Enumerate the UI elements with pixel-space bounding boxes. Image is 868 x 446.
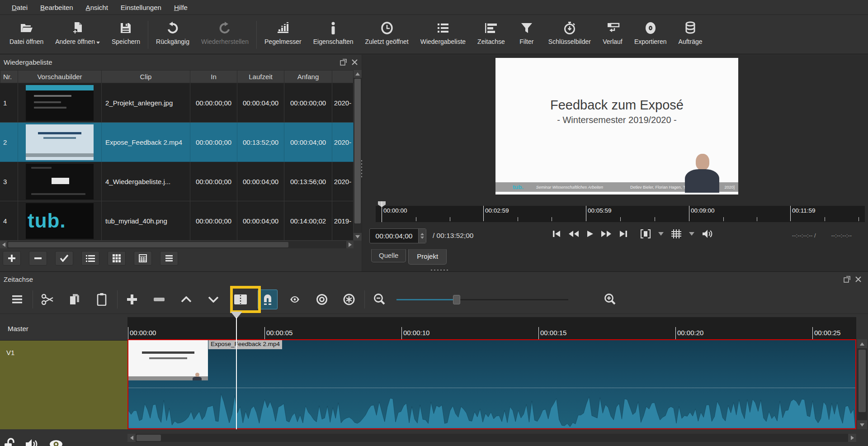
paste-button[interactable] (92, 289, 112, 309)
snap-toggle-button[interactable] (258, 289, 278, 309)
tab-source[interactable]: Quelle (371, 249, 406, 262)
append-button[interactable] (122, 289, 142, 309)
open-file-button[interactable]: Datei öffnen (4, 20, 49, 46)
timeline-zoom-slider[interactable] (396, 289, 568, 309)
timeline-menu-button[interactable] (7, 289, 27, 309)
scrollbar-thumb[interactable] (859, 350, 866, 412)
player-dropdown-icon[interactable] (658, 232, 664, 236)
in-out-selection-button[interactable] (641, 229, 651, 238)
col-header-in[interactable]: In (190, 70, 237, 83)
scroll-up-icon[interactable] (857, 339, 867, 348)
close-panel-icon[interactable] (351, 59, 358, 66)
save-button[interactable]: Speichern (106, 20, 146, 46)
playlist-view-icons-button[interactable] (134, 251, 152, 266)
menu-einstellungen[interactable]: Einstellungen (114, 0, 168, 15)
menu-datei[interactable]: Datei (5, 0, 34, 15)
audio-meter-button[interactable]: Pegelmesser (259, 20, 307, 46)
scroll-right-icon[interactable] (346, 241, 354, 248)
zoom-in-button[interactable] (600, 289, 620, 309)
playlist-row-3[interactable]: 3 4_Wiedergabeliste.j... 00:00:00;00 00:… (0, 162, 354, 201)
grid-button[interactable] (671, 229, 681, 238)
hide-track-icon[interactable] (49, 439, 63, 446)
fast-forward-button[interactable] (601, 230, 612, 238)
skip-to-end-button[interactable] (619, 230, 628, 238)
current-timecode-field[interactable]: 00:00:04;00 (369, 228, 426, 243)
current-timecode[interactable]: 00:00:04;00 (370, 232, 418, 240)
playlist-row-1[interactable]: 1 2_Projekt_anlegen.jpg 00:00:00;00 00:0… (0, 83, 354, 123)
ripple-delete-button[interactable] (149, 289, 169, 309)
scroll-down-icon[interactable] (354, 233, 362, 241)
slide-footer-seminar: Seminar Wissenschaftliches Arbeiten (536, 185, 603, 190)
transport-buttons (552, 229, 713, 238)
playlist-view-details-button[interactable] (81, 251, 99, 266)
ripple-button[interactable] (312, 289, 332, 309)
playlist-view-tiles-button[interactable] (108, 251, 126, 266)
timeline-button[interactable]: Zeitachse (472, 20, 511, 46)
col-header-nr[interactable]: Nr. (0, 70, 18, 83)
playlist-update-button[interactable] (55, 251, 73, 266)
playlist-add-button[interactable] (3, 251, 21, 266)
playlist-menu-button[interactable] (160, 251, 178, 266)
zoom-out-button[interactable] (369, 289, 389, 309)
split-button[interactable] (231, 289, 250, 309)
undo-button[interactable]: Rückgängig (150, 20, 195, 46)
col-header-thumbnails[interactable]: Vorschaubilder (18, 70, 102, 83)
undock-panel-icon[interactable] (340, 59, 347, 66)
video-preview[interactable]: Feedback zum Exposé - Wintersemester 201… (362, 55, 868, 204)
keyframes-button[interactable]: Schlüsselbilder (542, 20, 597, 46)
rewind-button[interactable] (568, 230, 579, 238)
col-header-extra[interactable] (332, 70, 354, 83)
volume-icon[interactable] (702, 229, 713, 238)
lift-button[interactable] (176, 289, 196, 309)
undock-panel-icon[interactable] (844, 276, 850, 283)
scroll-up-icon[interactable] (354, 70, 362, 78)
copy-button[interactable] (65, 289, 85, 309)
open-other-button[interactable]: Andere öffnen (49, 20, 106, 46)
history-button[interactable]: Verlauf (597, 20, 628, 46)
recent-button[interactable]: Zuletzt geöffnet (359, 20, 414, 46)
skip-to-start-button[interactable] (552, 230, 561, 238)
properties-button[interactable]: Eigenschaften (307, 20, 359, 46)
export-button[interactable]: Exportieren (628, 20, 673, 46)
preview-scrub-ruler[interactable]: 00:00:00 00:02:59 00:05:59 00:09:00 00:1… (376, 206, 865, 222)
timeline-horizontal-scrollbar[interactable] (127, 434, 856, 442)
v1-track-header[interactable]: V1 (0, 341, 127, 429)
scrub-while-dragging-button[interactable] (285, 289, 305, 309)
playlist-row-2-selected[interactable]: 2 Expose_Feedback 2.mp4 00:00:00;00 00:1… (0, 123, 354, 162)
redo-button[interactable]: Wiederherstellen (195, 20, 255, 46)
timeline-vertical-scrollbar[interactable] (857, 339, 867, 429)
lock-track-icon[interactable] (4, 438, 15, 446)
mute-track-icon[interactable] (25, 438, 39, 446)
menu-hilfe[interactable]: Hilfe (168, 0, 194, 15)
menu-ansicht[interactable]: Ansicht (80, 0, 114, 15)
ripple-all-tracks-button[interactable] (339, 289, 359, 309)
playlist-row-4[interactable]: 4 tub. tub_myriad_40h.png 00:00:00;00 00… (0, 201, 354, 241)
jobs-button[interactable]: Aufträge (673, 20, 708, 46)
scrollbar-thumb[interactable] (137, 435, 161, 441)
menu-bearbeiten[interactable]: Bearbeiten (34, 0, 80, 15)
grid-dropdown-icon[interactable] (689, 232, 695, 236)
play-button[interactable] (586, 230, 594, 238)
scroll-left-icon[interactable] (0, 241, 7, 248)
filters-button[interactable]: Filter (511, 20, 542, 46)
scroll-right-icon[interactable] (848, 434, 856, 442)
col-header-clip[interactable]: Clip (102, 70, 190, 83)
ruler-tick-label: 00:00:25 (814, 329, 840, 337)
playlist-button[interactable]: Wiedergabeliste (415, 20, 472, 46)
overwrite-button[interactable] (203, 289, 223, 309)
timecode-spinner[interactable] (418, 229, 426, 243)
scroll-left-icon[interactable] (127, 434, 136, 442)
zoom-slider-handle[interactable] (453, 295, 460, 304)
playlist-remove-button[interactable] (29, 251, 47, 266)
scroll-down-icon[interactable] (857, 420, 867, 429)
scrollbar-thumb[interactable] (8, 242, 288, 247)
playlist-horizontal-scrollbar[interactable] (0, 241, 354, 248)
playlist-vertical-scrollbar[interactable] (354, 70, 362, 241)
cut-button[interactable] (38, 289, 57, 309)
master-track-header[interactable]: Master (0, 317, 127, 341)
tab-project[interactable]: Projekt (408, 249, 447, 265)
col-header-start[interactable]: Anfang (284, 70, 332, 83)
col-header-duration[interactable]: Laufzeit (237, 70, 284, 83)
close-panel-icon[interactable] (855, 276, 862, 283)
scrollbar-thumb[interactable] (354, 79, 361, 223)
